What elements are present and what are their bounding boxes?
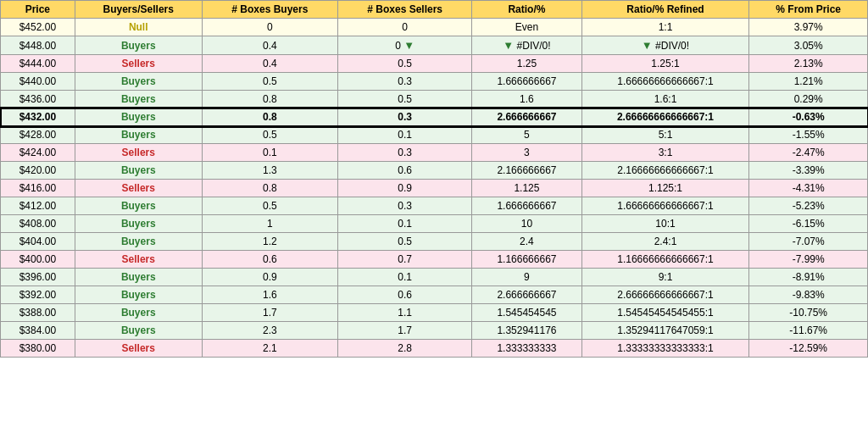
cell-boxes-sellers: 0.7 [338, 251, 472, 269]
cell-buyers-sellers: Sellers [75, 55, 202, 73]
cell-ratio: 2.4 [472, 233, 581, 251]
cell-ratio-refined: 1.25:1 [581, 55, 749, 73]
cell-boxes-buyers: 0.5 [202, 197, 337, 215]
table-row: $436.00Buyers0.80.51.61.6:10.29% [1, 91, 868, 108]
cell-buyers-sellers: Buyers [75, 108, 202, 126]
cell-ratio-refined: 1.35294117647059:1 [581, 322, 749, 340]
cell-boxes-buyers: 2.3 [202, 322, 337, 340]
cell-from-price: -5.23% [749, 197, 868, 215]
cell-from-price: -8.91% [749, 269, 868, 286]
table-row: $452.00Null00Even1:13.97% [1, 19, 868, 36]
table-row: $412.00Buyers0.50.31.6666666671.66666666… [1, 197, 868, 215]
cell-from-price: -4.31% [749, 180, 868, 197]
cell-boxes-sellers: 1.7 [338, 322, 472, 340]
cell-ratio-refined: 2.4:1 [581, 233, 749, 251]
cell-ratio-refined: 2.16666666666667:1 [581, 162, 749, 180]
cell-boxes-sellers: 0.3 [338, 108, 472, 126]
cell-from-price: -7.99% [749, 251, 868, 269]
cell-ratio-refined: 1.125:1 [581, 180, 749, 197]
cell-price: $436.00 [1, 91, 75, 108]
table-row: $432.00Buyers0.80.32.6666666672.66666666… [1, 108, 868, 126]
cell-buyers-sellers: Buyers [75, 322, 202, 340]
cell-ratio: 1.666666667 [472, 73, 581, 91]
cell-ratio-refined: ▼ #DIV/0! [581, 36, 749, 55]
table-row: $404.00Buyers1.20.52.42.4:1-7.07% [1, 233, 868, 251]
cell-boxes-buyers: 0.4 [202, 55, 337, 73]
cell-ratio-refined: 1:1 [581, 19, 749, 36]
cell-boxes-buyers: 0.8 [202, 180, 337, 197]
cell-from-price: -6.15% [749, 215, 868, 233]
cell-from-price: 2.13% [749, 55, 868, 73]
cell-ratio: 2.166666667 [472, 162, 581, 180]
cell-price: $452.00 [1, 19, 75, 36]
cell-boxes-buyers: 1 [202, 215, 337, 233]
cell-ratio-refined: 10:1 [581, 215, 749, 233]
table-row: $392.00Buyers1.60.62.6666666672.66666666… [1, 286, 868, 304]
cell-boxes-sellers: 0.1 [338, 126, 472, 144]
cell-boxes-buyers: 0.8 [202, 91, 337, 108]
cell-ratio-refined: 2.66666666666667:1 [581, 108, 749, 126]
cell-buyers-sellers: Buyers [75, 73, 202, 91]
cell-buyers-sellers: Sellers [75, 251, 202, 269]
cell-boxes-sellers: 0.5 [338, 233, 472, 251]
cell-from-price: -3.39% [749, 162, 868, 180]
cell-boxes-buyers: 0.5 [202, 126, 337, 144]
cell-from-price: -2.47% [749, 144, 868, 162]
cell-price: $412.00 [1, 197, 75, 215]
cell-boxes-sellers: 0.3 [338, 73, 472, 91]
cell-boxes-sellers: 0.1 [338, 269, 472, 286]
cell-boxes-sellers: 0 ▼ [338, 36, 472, 55]
cell-boxes-sellers: 0.6 [338, 162, 472, 180]
cell-boxes-buyers: 1.6 [202, 286, 337, 304]
cell-price: $416.00 [1, 180, 75, 197]
cell-boxes-buyers: 0.1 [202, 144, 337, 162]
cell-ratio: 1.545454545 [472, 304, 581, 322]
cell-boxes-buyers: 0.4 [202, 36, 337, 55]
cell-from-price: -10.75% [749, 304, 868, 322]
table-row: $424.00Sellers0.10.333:1-2.47% [1, 144, 868, 162]
cell-buyers-sellers: Buyers [75, 233, 202, 251]
cell-boxes-sellers: 0.6 [338, 286, 472, 304]
cell-from-price: -1.55% [749, 126, 868, 144]
cell-ratio: 1.6 [472, 91, 581, 108]
cell-boxes-sellers: 0.5 [338, 91, 472, 108]
cell-boxes-sellers: 0.9 [338, 180, 472, 197]
cell-price: $428.00 [1, 126, 75, 144]
table-row: $448.00Buyers0.40 ▼▼ #DIV/0!▼ #DIV/0!3.0… [1, 36, 868, 55]
cell-buyers-sellers: Buyers [75, 162, 202, 180]
table-row: $380.00Sellers2.12.81.3333333331.3333333… [1, 340, 868, 358]
cell-boxes-sellers: 0.3 [338, 197, 472, 215]
cell-boxes-buyers: 1.2 [202, 233, 337, 251]
cell-boxes-buyers: 1.7 [202, 304, 337, 322]
cell-buyers-sellers: Sellers [75, 180, 202, 197]
cell-price: $424.00 [1, 144, 75, 162]
cell-buyers-sellers: Null [75, 19, 202, 36]
cell-boxes-sellers: 0.1 [338, 215, 472, 233]
header-row: Price Buyers/Sellers # Boxes Buyers # Bo… [1, 1, 868, 19]
table-row: $400.00Sellers0.60.71.1666666671.1666666… [1, 251, 868, 269]
cell-from-price: -11.67% [749, 322, 868, 340]
cell-ratio: 1.666666667 [472, 197, 581, 215]
table-row: $444.00Sellers0.40.51.251.25:12.13% [1, 55, 868, 73]
table-row: $408.00Buyers10.11010:1-6.15% [1, 215, 868, 233]
cell-price: $380.00 [1, 340, 75, 358]
cell-ratio-refined: 3:1 [581, 144, 749, 162]
cell-buyers-sellers: Buyers [75, 215, 202, 233]
price-table: Price Buyers/Sellers # Boxes Buyers # Bo… [0, 0, 868, 358]
cell-boxes-sellers: 2.8 [338, 340, 472, 358]
table-row: $388.00Buyers1.71.11.5454545451.54545454… [1, 304, 868, 322]
cell-ratio: 1.352941176 [472, 322, 581, 340]
header-ratio-refined: Ratio/% Refined [581, 1, 749, 19]
cell-ratio-refined: 2.66666666666667:1 [581, 286, 749, 304]
cell-boxes-buyers: 0.9 [202, 269, 337, 286]
cell-buyers-sellers: Buyers [75, 286, 202, 304]
cell-ratio-refined: 1.66666666666667:1 [581, 197, 749, 215]
cell-price: $432.00 [1, 108, 75, 126]
header-ratio: Ratio/% [472, 1, 581, 19]
cell-boxes-buyers: 0.8 [202, 108, 337, 126]
cell-from-price: 1.21% [749, 73, 868, 91]
cell-boxes-buyers: 0.6 [202, 251, 337, 269]
cell-price: $448.00 [1, 36, 75, 55]
cell-boxes-buyers: 0.5 [202, 73, 337, 91]
header-boxes-sellers: # Boxes Sellers [338, 1, 472, 19]
